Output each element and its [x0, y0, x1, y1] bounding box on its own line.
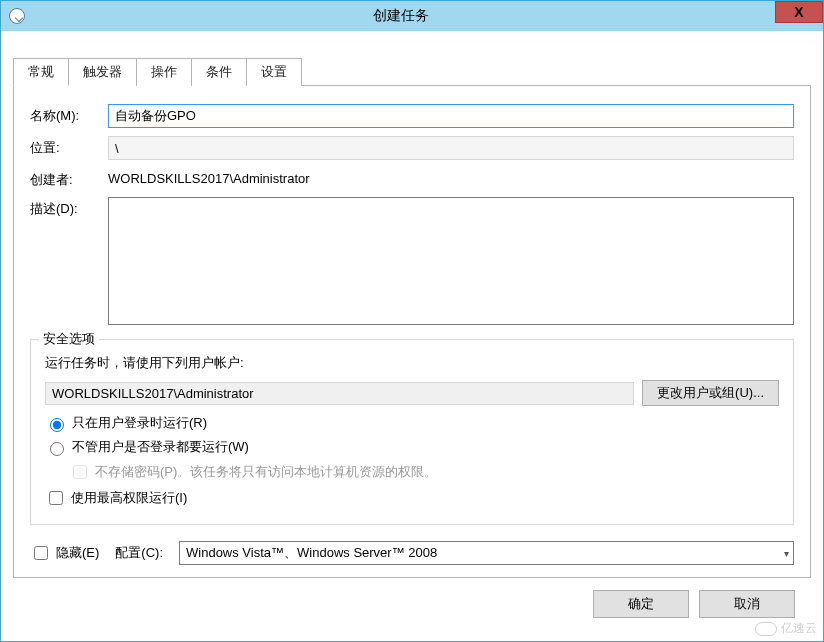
- close-button[interactable]: X: [775, 1, 823, 23]
- run-as-account: WORLDSKILLS2017\Administrator: [45, 382, 634, 405]
- tab-triggers[interactable]: 触发器: [68, 58, 137, 86]
- titlebar: 创建任务 X: [1, 1, 823, 31]
- radio-any-time-input[interactable]: [50, 442, 64, 456]
- author-label: 创建者:: [30, 168, 108, 189]
- watermark: 亿速云: [755, 620, 817, 637]
- cancel-button[interactable]: 取消: [699, 590, 795, 618]
- security-groupbox: 安全选项 运行任务时，请使用下列用户帐户: WORLDSKILLS2017\Ad…: [30, 339, 794, 525]
- author-value: WORLDSKILLS2017\Administrator: [108, 168, 794, 186]
- tab-settings[interactable]: 设置: [246, 58, 302, 86]
- check-highest-privileges-label: 使用最高权限运行(I): [71, 489, 187, 507]
- check-highest-privileges[interactable]: 使用最高权限运行(I): [45, 488, 779, 508]
- configure-for-value: Windows Vista™、Windows Server™ 2008: [186, 544, 437, 562]
- tab-strip: 常规 触发器 操作 条件 设置: [13, 57, 811, 86]
- ok-button[interactable]: 确定: [593, 590, 689, 618]
- cloud-icon: [755, 622, 777, 636]
- window-title: 创建任务: [0, 7, 823, 25]
- check-no-store-password: 不存储密码(P)。该任务将只有访问本地计算机资源的权限。: [69, 462, 779, 482]
- client-area: 常规 触发器 操作 条件 设置 名称(M): 位置: \ 创建者: WORLDS…: [1, 31, 823, 630]
- check-hidden-label: 隐藏(E): [56, 544, 99, 562]
- chevron-down-icon: ▾: [784, 548, 789, 559]
- radio-any-time-label: 不管用户是否登录都要运行(W): [72, 438, 249, 456]
- change-user-button[interactable]: 更改用户或组(U)...: [642, 380, 779, 406]
- name-input[interactable]: [108, 104, 794, 128]
- description-label: 描述(D):: [30, 197, 108, 218]
- dialog-footer: 确定 取消: [13, 578, 811, 618]
- check-hidden-input[interactable]: [34, 546, 48, 560]
- configure-for-label: 配置(C):: [115, 544, 163, 562]
- task-icon: [9, 8, 25, 24]
- radio-any-time[interactable]: 不管用户是否登录都要运行(W): [45, 438, 779, 456]
- bottom-row: 隐藏(E) 配置(C): Windows Vista™、Windows Serv…: [30, 541, 794, 565]
- location-label: 位置:: [30, 136, 108, 157]
- run-as-prompt: 运行任务时，请使用下列用户帐户:: [45, 354, 779, 372]
- tab-actions[interactable]: 操作: [136, 58, 192, 86]
- dialog-window: 创建任务 X 常规 触发器 操作 条件 设置 名称(M): 位置: \ 创建者:…: [0, 0, 824, 642]
- security-legend: 安全选项: [39, 330, 99, 348]
- check-hidden[interactable]: 隐藏(E): [30, 543, 99, 563]
- check-highest-privileges-input[interactable]: [49, 491, 63, 505]
- name-label: 名称(M):: [30, 104, 108, 125]
- check-no-store-password-label: 不存储密码(P)。该任务将只有访问本地计算机资源的权限。: [95, 463, 437, 481]
- tab-conditions[interactable]: 条件: [191, 58, 247, 86]
- radio-logged-on-label: 只在用户登录时运行(R): [72, 414, 207, 432]
- watermark-text: 亿速云: [781, 620, 817, 637]
- location-value: \: [108, 136, 794, 160]
- radio-logged-on-input[interactable]: [50, 418, 64, 432]
- tab-general[interactable]: 常规: [13, 58, 69, 86]
- description-input[interactable]: [108, 197, 794, 325]
- general-pane: 名称(M): 位置: \ 创建者: WORLDSKILLS2017\Admini…: [13, 86, 811, 578]
- radio-logged-on[interactable]: 只在用户登录时运行(R): [45, 414, 779, 432]
- check-no-store-password-input: [73, 465, 87, 479]
- configure-for-select[interactable]: Windows Vista™、Windows Server™ 2008 ▾: [179, 541, 794, 565]
